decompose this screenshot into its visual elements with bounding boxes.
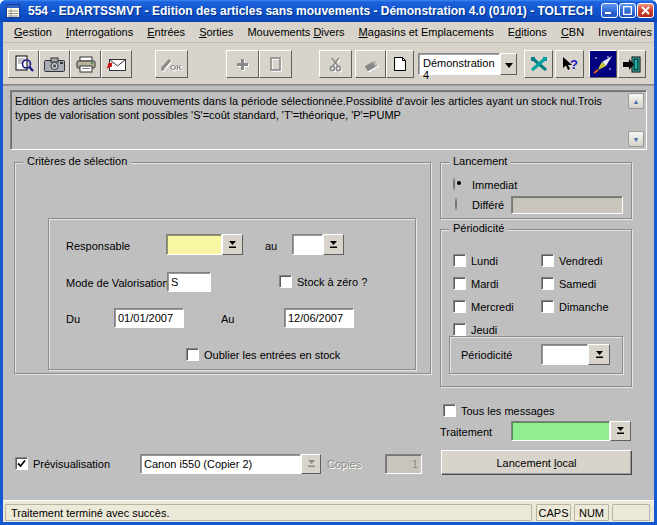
session-combo[interactable]: Démonstration 4 (418, 53, 517, 75)
menu-cbn[interactable]: CBN (554, 24, 591, 40)
application-window: 554 - EDARTSSMVT - Edition des articles … (0, 0, 657, 525)
help-button[interactable]: ? (555, 50, 584, 78)
exit-door-icon (622, 56, 642, 73)
description-panel: Edition des articles sans mouvements dan… (10, 90, 647, 150)
send-mail-button[interactable] (101, 50, 132, 78)
minimize-button[interactable] (601, 3, 618, 18)
exit-button[interactable] (618, 50, 646, 78)
chevron-down-icon (505, 58, 513, 70)
periodicite-dropdown-button[interactable] (588, 344, 610, 365)
lancement-group-title: Lancement (449, 155, 511, 167)
vendredi-label[interactable]: Vendredi (559, 255, 602, 267)
menu-inventaires[interactable]: Inventaires (591, 24, 657, 40)
toolbar: OK Démonstration 4 ? (3, 43, 654, 85)
responsable-from-dropdown-button[interactable] (222, 234, 243, 255)
dropdown-arrow-icon (616, 425, 625, 437)
scroll-down-button[interactable]: ▼ (628, 131, 644, 147)
oublier-entrees-label[interactable]: Oublier les entrées en stock (204, 349, 340, 361)
validate-ok-icon: OK (160, 56, 183, 72)
status-message: Traitement terminé avec succès. (11, 507, 170, 519)
print-button[interactable] (70, 50, 101, 78)
mode-valorisation-label: Mode de Valorisation (66, 277, 169, 289)
vendredi-checkbox[interactable] (541, 254, 554, 267)
previsualisation-checkbox[interactable] (15, 457, 28, 470)
samedi-label[interactable]: Samedi (559, 278, 596, 290)
responsable-from-field[interactable] (166, 234, 222, 255)
immediat-radio[interactable] (453, 177, 455, 191)
printer-dropdown-button (301, 454, 321, 474)
periodicite-group-title: Périodicité (449, 222, 508, 234)
mode-valorisation-field[interactable] (167, 272, 211, 292)
tools-button[interactable] (524, 50, 553, 78)
close-button[interactable] (637, 3, 654, 18)
menu-editions[interactable]: Editions (501, 24, 554, 40)
menu-entrees[interactable]: Entrées (140, 24, 192, 40)
lundi-checkbox[interactable] (453, 254, 466, 267)
menu-interrogations[interactable]: Interrogations (59, 24, 140, 40)
du-label: Du (66, 313, 80, 325)
mercredi-label[interactable]: Mercredi (471, 301, 514, 313)
oublier-entrees-checkbox[interactable] (186, 348, 199, 361)
jeudi-checkbox[interactable] (453, 323, 466, 336)
print-preview-button[interactable] (8, 50, 39, 78)
menu-magasins-emplacements[interactable]: Magasins et Emplacements (352, 24, 501, 40)
num-indicator: NUM (574, 504, 609, 521)
snapshot-button[interactable] (39, 50, 70, 78)
traitement-dropdown-button[interactable] (610, 421, 631, 441)
scroll-up-button[interactable]: ▲ (628, 93, 644, 109)
empty-indicator-panel (612, 504, 650, 521)
menu-gestion[interactable]: Gestion (7, 24, 59, 40)
traitement-field[interactable] (511, 421, 610, 441)
session-combo-value[interactable]: Démonstration 4 (418, 53, 500, 75)
dropdown-arrow-icon-disabled (307, 458, 316, 470)
differe-field[interactable] (511, 196, 623, 214)
dimanche-checkbox[interactable] (541, 300, 554, 313)
jeudi-label[interactable]: Jeudi (471, 324, 497, 336)
date-from-field[interactable] (114, 308, 184, 328)
maximize-button[interactable] (619, 3, 636, 18)
samedi-checkbox[interactable] (541, 277, 554, 290)
date-to-field[interactable] (284, 308, 354, 328)
plus-icon (236, 58, 249, 71)
printer-combo-field[interactable] (140, 454, 301, 474)
launch-process-button[interactable] (589, 50, 617, 78)
responsable-to-dropdown-button[interactable] (323, 234, 344, 255)
differe-label[interactable]: Différé (472, 199, 504, 211)
session-combo-dropdown-button[interactable] (500, 53, 517, 75)
lundi-label[interactable]: Lundi (471, 255, 498, 267)
dimanche-label[interactable]: Dimanche (559, 301, 609, 313)
lancement-group: Lancement Immediat Différé (440, 162, 632, 219)
differe-radio[interactable] (455, 197, 457, 211)
previsualisation-label[interactable]: Prévisualisation (33, 458, 110, 470)
menu-mouvements-divers[interactable]: Mouvements Divers (240, 24, 351, 40)
mardi-label[interactable]: Mardi (471, 278, 499, 290)
mail-icon (106, 57, 127, 72)
copies-field (385, 454, 422, 474)
copies-label: Copies (327, 458, 361, 470)
menu-sorties[interactable]: Sorties (192, 24, 240, 40)
tools-icon (530, 56, 548, 72)
tous-messages-checkbox[interactable] (443, 404, 456, 417)
stock-zero-label[interactable]: Stock à zéro ? (297, 276, 367, 288)
new-button[interactable] (386, 50, 414, 78)
cut-button (319, 50, 352, 78)
stock-zero-checkbox[interactable] (279, 275, 292, 288)
validate-button: OK (155, 50, 188, 78)
criteria-group: Critères de sélection Responsable au Mod… (14, 162, 431, 374)
immediat-label[interactable]: Immediat (472, 179, 517, 191)
status-message-panel: Traitement terminé avec succès. (5, 504, 532, 521)
responsable-to-field[interactable] (292, 234, 323, 255)
periodicite-field-label: Périodicité (461, 349, 512, 361)
mercredi-checkbox[interactable] (453, 300, 466, 313)
periodicite-field[interactable] (541, 344, 588, 365)
caps-indicator: CAPS (536, 504, 571, 521)
camera-icon (44, 57, 65, 72)
lancement-local-button[interactable]: Lancement local (441, 450, 632, 475)
printer-icon (76, 56, 96, 73)
menu-bar: Gestion Interrogations Entrées Sorties M… (3, 22, 654, 43)
mardi-checkbox[interactable] (453, 277, 466, 290)
tous-messages-label[interactable]: Tous les messages (461, 405, 555, 417)
svg-text:OK: OK (170, 63, 182, 72)
window-title: 554 - EDARTSSMVT - Edition des articles … (28, 4, 593, 18)
eraser-icon (363, 57, 379, 71)
